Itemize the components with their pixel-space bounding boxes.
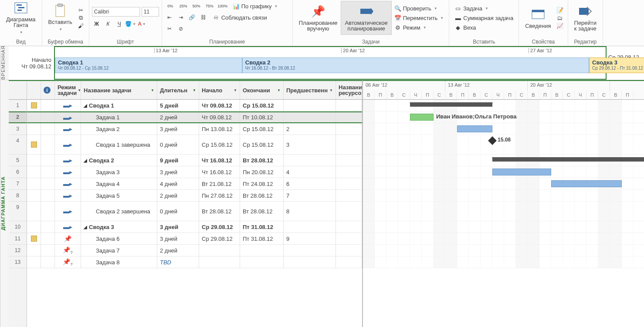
indent-button[interactable]: ⇥ [176,13,186,22]
gantt-row[interactable]: 15.08 [363,135,644,155]
table-row[interactable]: ▬▸Сводка 2 завершена0 днейВт 28.08.12Вт … [27,202,362,221]
row-number[interactable]: 11 [9,233,27,245]
gantt-row[interactable] [363,123,644,135]
note-indicator-icon [31,236,37,242]
row-number[interactable]: 9 [9,202,27,221]
italic-button[interactable]: К [103,19,113,29]
row-number[interactable]: 10 [9,221,27,233]
task-bar[interactable] [551,180,622,187]
pct-100-button[interactable]: 100% [217,1,228,11]
row-number[interactable]: 2 [9,111,27,123]
row-number[interactable]: 8 [9,190,27,202]
gantt-row[interactable]: Иван Иванов;Ольга Петрова [363,111,644,123]
row-number[interactable]: 12 [9,245,27,256]
col-duration[interactable]: Длительн▼ [157,81,199,99]
font-size-select[interactable] [142,7,159,17]
unlink-button[interactable]: ⛓ [199,13,208,22]
paste-label: Вставить [48,19,72,25]
details-icon[interactable]: 🗂 [556,14,563,21]
gantt-chart-button[interactable]: Диаграмма Ганта▼ [3,1,39,35]
notes-icon[interactable]: 📝 [556,7,563,13]
gantt-row[interactable] [363,256,644,268]
gantt-row[interactable] [363,100,644,111]
table-row[interactable]: 📌?Задача 72 дней [27,245,362,256]
row-number[interactable]: 4 [9,135,27,155]
format-painter-icon[interactable]: 🖌 [78,22,85,29]
col-start[interactable]: Начало▼ [199,81,240,99]
timeline-bar[interactable]: Сводка 3Ср 29.08.12 - Пт 31.08.12 [589,57,644,73]
split-button[interactable]: ✂ [165,24,174,34]
pct-0-button[interactable]: 0% [165,1,176,11]
table-row[interactable]: ▬▸Задача 33 днейЧт 16.08.12Пн 20.08.124 [27,166,362,178]
gantt-row[interactable] [363,245,644,256]
gantt-row[interactable] [363,155,644,166]
task-bar[interactable] [492,169,551,175]
table-row[interactable]: 📌?Задача 8TBD [27,256,362,268]
table-row[interactable]: ▬▸◢Сводка 15 днейЧт 09.08.12Ср 15.08.12 [27,100,362,111]
table-row[interactable]: 📌Задача 63 днейСр 29.08.12Пт 31.08.129 [27,233,362,245]
scroll-to-task-button[interactable]: Перейти к задаче [571,1,600,35]
font-color-button[interactable]: A▼ [137,19,147,29]
pct-25-button[interactable]: 25% [178,1,189,11]
auto-schedule-button[interactable]: Автоматическое планирование [341,1,391,35]
inactive-button[interactable]: ⊘ [176,24,186,34]
summary-bar[interactable] [492,157,644,162]
gantt-row[interactable] [363,221,644,233]
table-row[interactable]: ▬▸Задача 52 днейПн 27.08.12Вт 28.08.127 [27,190,362,202]
milestone-marker[interactable] [488,136,497,145]
table-row[interactable]: ▬▸Задача 23 днейПн 13.08.12Ср 15.08.122 [27,123,362,135]
outdent-button[interactable]: ⇤ [165,13,174,22]
summary-bar[interactable] [410,102,492,107]
respect-links-button[interactable]: ♾Соблюдать связи [210,13,270,22]
underline-button[interactable]: Ч [115,19,124,29]
group-tasks-title: Задачи [295,38,447,46]
paste-button[interactable]: Вставить▼ [45,1,76,35]
row-number[interactable]: 7 [9,178,27,190]
col-mode[interactable]: Режим задачи▼ [55,81,81,99]
timeline-start: Начало Чт 09.08.12 [9,46,54,80]
col-predecessors[interactable]: Предшественн▼ [284,81,336,99]
font-family-select[interactable] [92,7,140,17]
fill-color-button[interactable]: 🪣▼ [126,19,136,29]
copy-icon[interactable]: ⧉ [78,14,85,21]
row-number[interactable]: 5 [9,155,27,166]
col-finish[interactable]: Окончани▼ [240,81,284,99]
gantt-chart[interactable]: 06 Авг '1213 Авг '1220 Авг '12 ВПВСЧПСВП… [363,80,644,327]
gantt-row[interactable] [363,202,644,221]
information-button[interactable]: Сведения [522,1,554,35]
gantt-body[interactable]: Иван Иванов;Ольга Петрова15.08 [363,100,644,268]
inspect-button[interactable]: 🔍Проверить▼ [392,3,447,13]
gantt-row[interactable] [363,190,644,202]
manual-schedule-button[interactable]: 📌 Планирование вручную [295,1,341,35]
gantt-row[interactable] [363,178,644,190]
table-row[interactable]: ▬▸Задача 12 днейЧт 09.08.12Пт 10.08.12 [27,111,362,123]
col-indicator[interactable] [27,81,41,99]
gantt-row[interactable] [363,166,644,178]
timeline-add-icon[interactable]: 📈 [556,22,563,29]
cut-icon[interactable]: ✂ [78,7,85,13]
timeline-bar[interactable]: Сводка 2Чт 16.08.12 - Вт 28.08.12 [242,57,589,73]
task-bar[interactable] [410,114,434,121]
pct-50-button[interactable]: 50% [191,1,202,11]
mode-button[interactable]: ⚙Режим▼ [392,23,447,32]
row-number[interactable]: 6 [9,166,27,178]
table-row[interactable]: ▬▸◢Сводка 29 днейЧт 16.08.12Вт 28.08.12 [27,155,362,166]
task-icon: ▭ [454,5,461,12]
table-row[interactable]: ▬▸◢Сводка 33 днейСр 29.08.12Пт 31.08.12 [27,221,362,233]
row-number[interactable]: 1 [9,100,27,111]
col-name[interactable]: Название задачи▼ [81,81,157,99]
row-number[interactable]: 3 [9,123,27,135]
bold-button[interactable]: Ж [92,19,102,29]
col-info[interactable]: i [41,81,55,99]
timeline-body[interactable]: 13 Авг '1220 Авг '1227 Авг '12 Сводка 1Ч… [54,46,607,80]
link-button[interactable]: 🔗 [187,13,197,22]
task-bar[interactable] [457,125,492,132]
pct-75-button[interactable]: 75% [204,1,215,11]
gantt-row[interactable] [363,233,644,245]
table-row[interactable]: ▬▸Задача 44 днейВт 21.08.12Пт 24.08.126 [27,178,362,190]
row-number[interactable]: 13 [9,256,27,268]
task-table[interactable]: i Режим задачи▼ Название задачи▼ Длитель… [27,81,362,327]
timeline-bar[interactable]: Сводка 1Чт 09.08.12 - Ср 15.08.12 [55,57,242,73]
table-row[interactable]: ▬▸Сводка 1 завершена0 днейСр 15.08.12Ср … [27,135,362,155]
col-resources[interactable]: Названи ресурсо [336,81,362,99]
